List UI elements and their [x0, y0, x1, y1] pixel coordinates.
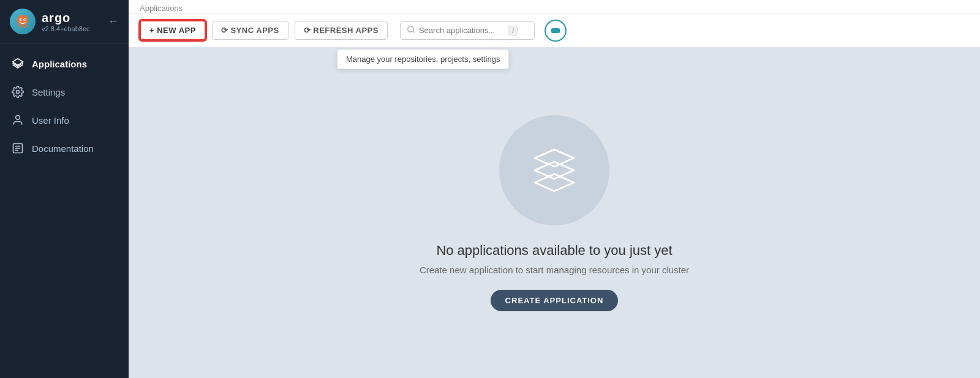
sidebar-label-applications: Applications	[32, 59, 87, 69]
sidebar-label-documentation: Documentation	[32, 143, 94, 154]
svg-point-3	[21, 20, 22, 21]
search-input[interactable]	[419, 26, 505, 35]
empty-state-subtitle: Create new application to start managing…	[420, 265, 689, 275]
sidebar-label-settings: Settings	[32, 87, 65, 97]
filter-icon	[551, 28, 560, 33]
empty-state-icon-circle	[499, 115, 609, 225]
sidebar: argo v2.8.4+ebab8ec ← Applications	[0, 0, 129, 378]
argo-avatar	[13, 12, 32, 31]
breadcrumb-bar: Applications	[129, 0, 980, 13]
svg-point-7	[16, 116, 20, 120]
sidebar-item-settings[interactable]: Settings	[0, 78, 129, 106]
user-icon	[11, 113, 24, 127]
argo-logo-icon	[10, 9, 36, 34]
search-box: /	[400, 21, 535, 40]
sidebar-logo-text: argo v2.8.4+ebab8ec	[42, 11, 90, 32]
svg-line-13	[413, 31, 415, 32]
create-application-button[interactable]: CREATE APPLICATION	[491, 290, 619, 311]
layers-icon	[11, 57, 24, 70]
svg-marker-15	[535, 162, 574, 179]
sidebar-label-userinfo: User Info	[32, 115, 69, 126]
sidebar-app-version: v2.8.4+ebab8ec	[42, 25, 90, 32]
empty-state: No applications available to you just ye…	[129, 48, 980, 378]
refresh-apps-button[interactable]: ⟳ REFRESH APPS	[295, 21, 388, 40]
topbar: + NEW APP ⟳ SYNC APPS ⟳ REFRESH APPS / M…	[129, 13, 980, 48]
settings-tooltip: Manage your repositories, projects, sett…	[337, 49, 509, 69]
sidebar-app-name: argo	[42, 11, 90, 25]
stacked-layers-icon	[527, 146, 582, 195]
sidebar-logo: argo v2.8.4+ebab8ec ←	[0, 0, 129, 43]
gear-icon	[11, 85, 24, 99]
doc-icon	[11, 142, 24, 155]
search-icon	[407, 25, 415, 36]
empty-state-title: No applications available to you just ye…	[436, 243, 672, 259]
svg-marker-14	[535, 149, 574, 167]
filter-button[interactable]	[545, 20, 567, 42]
sidebar-back-button[interactable]: ←	[108, 15, 119, 28]
sidebar-item-userinfo[interactable]: User Info	[0, 106, 129, 134]
new-app-button[interactable]: + NEW APP	[140, 20, 206, 40]
main-content: Applications + NEW APP ⟳ SYNC APPS ⟳ REF…	[129, 0, 980, 378]
svg-point-0	[17, 15, 28, 26]
sidebar-item-documentation[interactable]: Documentation	[0, 134, 129, 162]
sync-apps-button[interactable]: ⟳ SYNC APPS	[212, 21, 288, 40]
svg-point-12	[408, 26, 413, 31]
sidebar-item-applications[interactable]: Applications	[0, 50, 129, 78]
svg-point-4	[24, 20, 26, 21]
breadcrumb: Applications	[140, 4, 183, 13]
sidebar-nav: Applications Settings User Info	[0, 43, 129, 378]
search-slash-hint: /	[508, 26, 518, 36]
svg-point-6	[17, 91, 20, 94]
svg-marker-16	[535, 174, 574, 191]
